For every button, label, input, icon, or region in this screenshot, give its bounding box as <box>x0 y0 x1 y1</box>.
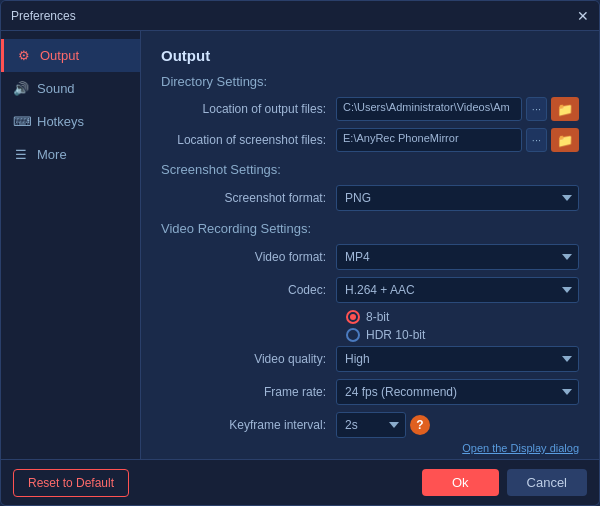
keyframe-label: Keyframe interval: <box>161 418 336 432</box>
sidebar-label-more: More <box>37 147 67 162</box>
video-section-title: Video Recording Settings: <box>161 221 579 236</box>
frame-rate-row: Frame rate: 24 fps (Recommend) 30 fps 60… <box>161 379 579 405</box>
video-format-controls: MP4 MOV AVI <box>336 244 579 270</box>
keyframe-row: Keyframe interval: 2s 4s 8s ? <box>161 412 579 438</box>
output-files-path: C:\Users\Administrator\Videos\Am <box>336 97 522 121</box>
video-codec-controls: H.264 + AAC H.265 + AAC <box>336 277 579 303</box>
cancel-button[interactable]: Cancel <box>507 469 587 496</box>
display-dialog-link[interactable]: Open the Display dialog <box>161 442 579 454</box>
radio-8bit-row: 8-bit <box>161 310 579 324</box>
screenshot-files-dots-button[interactable]: ··· <box>526 128 547 152</box>
video-quality-select[interactable]: High Medium Low <box>336 346 579 372</box>
video-quality-row: Video quality: High Medium Low <box>161 346 579 372</box>
close-button[interactable]: ✕ <box>577 9 589 23</box>
hotkeys-icon: ⌨ <box>13 114 29 129</box>
more-icon: ☰ <box>13 147 29 162</box>
dialog-body: ⚙ Output 🔊 Sound ⌨ Hotkeys ☰ More Output… <box>1 31 599 459</box>
keyframe-controls: 2s 4s 8s ? <box>336 412 579 438</box>
radio-8bit-label: 8-bit <box>366 310 389 324</box>
frame-rate-label: Frame rate: <box>161 385 336 399</box>
radio-hdr-row: HDR 10-bit <box>161 328 579 342</box>
screenshot-files-controls: E:\AnyRec PhoneMirror ··· 📁 <box>336 128 579 152</box>
output-files-dots-button[interactable]: ··· <box>526 97 547 121</box>
video-format-select[interactable]: MP4 MOV AVI <box>336 244 579 270</box>
screenshot-format-row: Screenshot format: PNG JPG BMP <box>161 185 579 211</box>
frame-rate-controls: 24 fps (Recommend) 30 fps 60 fps <box>336 379 579 405</box>
main-content: Output Directory Settings: Location of o… <box>141 31 599 459</box>
screenshot-files-label: Location of screenshot files: <box>161 133 336 147</box>
video-format-label: Video format: <box>161 250 336 264</box>
frame-rate-select[interactable]: 24 fps (Recommend) 30 fps 60 fps <box>336 379 579 405</box>
directory-section-title: Directory Settings: <box>161 74 579 89</box>
sidebar-item-output[interactable]: ⚙ Output <box>1 39 140 72</box>
screenshot-files-folder-button[interactable]: 📁 <box>551 128 579 152</box>
page-title: Output <box>161 47 579 64</box>
reset-button[interactable]: Reset to Default <box>13 469 129 497</box>
video-codec-select[interactable]: H.264 + AAC H.265 + AAC <box>336 277 579 303</box>
video-quality-label: Video quality: <box>161 352 336 366</box>
video-format-row: Video format: MP4 MOV AVI <box>161 244 579 270</box>
preferences-dialog: Preferences ✕ ⚙ Output 🔊 Sound ⌨ Hotkeys… <box>0 0 600 506</box>
screenshot-files-row: Location of screenshot files: E:\AnyRec … <box>161 128 579 152</box>
screenshot-format-label: Screenshot format: <box>161 191 336 205</box>
video-codec-label: Codec: <box>161 283 336 297</box>
dialog-title: Preferences <box>11 9 76 23</box>
screenshot-format-controls: PNG JPG BMP <box>336 185 579 211</box>
keyframe-select[interactable]: 2s 4s 8s <box>336 412 406 438</box>
output-icon: ⚙ <box>16 48 32 63</box>
screenshot-format-select[interactable]: PNG JPG BMP <box>336 185 579 211</box>
ok-button[interactable]: Ok <box>422 469 499 496</box>
title-bar: Preferences ✕ <box>1 1 599 31</box>
sidebar-item-hotkeys[interactable]: ⌨ Hotkeys <box>1 105 140 138</box>
help-button[interactable]: ? <box>410 415 430 435</box>
sidebar-label-hotkeys: Hotkeys <box>37 114 84 129</box>
sound-icon: 🔊 <box>13 81 29 96</box>
radio-8bit-button[interactable] <box>346 310 360 324</box>
output-files-label: Location of output files: <box>161 102 336 116</box>
video-quality-controls: High Medium Low <box>336 346 579 372</box>
sidebar: ⚙ Output 🔊 Sound ⌨ Hotkeys ☰ More <box>1 31 141 459</box>
footer-right: Ok Cancel <box>422 469 587 496</box>
video-codec-row: Codec: H.264 + AAC H.265 + AAC <box>161 277 579 303</box>
radio-hdr-button[interactable] <box>346 328 360 342</box>
sidebar-item-sound[interactable]: 🔊 Sound <box>1 72 140 105</box>
radio-hdr-label: HDR 10-bit <box>366 328 425 342</box>
sidebar-item-more[interactable]: ☰ More <box>1 138 140 171</box>
footer: Reset to Default Ok Cancel <box>1 459 599 505</box>
screenshot-section-title: Screenshot Settings: <box>161 162 579 177</box>
screenshot-files-path: E:\AnyRec PhoneMirror <box>336 128 522 152</box>
output-files-controls: C:\Users\Administrator\Videos\Am ··· 📁 <box>336 97 579 121</box>
sidebar-label-sound: Sound <box>37 81 75 96</box>
sidebar-label-output: Output <box>40 48 79 63</box>
output-files-row: Location of output files: C:\Users\Admin… <box>161 97 579 121</box>
output-files-folder-button[interactable]: 📁 <box>551 97 579 121</box>
